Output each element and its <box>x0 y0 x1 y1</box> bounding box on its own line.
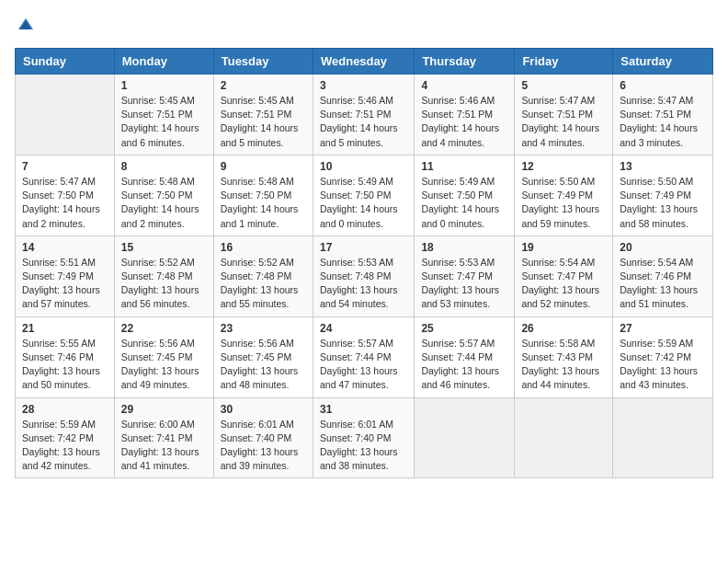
day-info: Sunrise: 5:58 AM Sunset: 7:43 PM Dayligh… <box>521 337 606 393</box>
calendar-cell: 9Sunrise: 5:48 AM Sunset: 7:50 PM Daylig… <box>213 155 313 236</box>
calendar-cell <box>16 75 115 155</box>
day-info: Sunrise: 5:46 AM Sunset: 7:51 PM Dayligh… <box>320 94 407 150</box>
day-number: 16 <box>221 241 306 254</box>
calendar-cell: 15Sunrise: 5:52 AM Sunset: 7:48 PM Dayli… <box>114 236 213 316</box>
day-number: 23 <box>221 322 306 335</box>
calendar-cell: 6Sunrise: 5:47 AM Sunset: 7:51 PM Daylig… <box>613 75 713 155</box>
calendar-week-row: 28Sunrise: 5:59 AM Sunset: 7:42 PM Dayli… <box>16 397 713 478</box>
day-number: 9 <box>221 160 306 173</box>
calendar-cell: 24Sunrise: 5:57 AM Sunset: 7:44 PM Dayli… <box>313 316 414 397</box>
calendar-cell: 4Sunrise: 5:46 AM Sunset: 7:51 PM Daylig… <box>415 75 515 155</box>
day-number: 19 <box>521 241 606 254</box>
day-number: 13 <box>620 160 706 173</box>
calendar-cell: 8Sunrise: 5:48 AM Sunset: 7:50 PM Daylig… <box>114 155 213 236</box>
day-number: 15 <box>121 241 207 254</box>
calendar-weekday-tuesday: Tuesday <box>213 49 313 75</box>
page-header <box>15 15 713 37</box>
calendar-weekday-friday: Friday <box>515 49 613 75</box>
day-info: Sunrise: 5:47 AM Sunset: 7:51 PM Dayligh… <box>620 94 706 150</box>
calendar-cell: 20Sunrise: 5:54 AM Sunset: 7:46 PM Dayli… <box>613 236 713 316</box>
calendar-week-row: 1Sunrise: 5:45 AM Sunset: 7:51 PM Daylig… <box>16 75 713 155</box>
calendar-weekday-thursday: Thursday <box>415 49 515 75</box>
day-number: 30 <box>221 403 306 416</box>
calendar-cell <box>415 397 515 478</box>
day-info: Sunrise: 5:47 AM Sunset: 7:50 PM Dayligh… <box>22 175 108 231</box>
calendar-cell: 19Sunrise: 5:54 AM Sunset: 7:47 PM Dayli… <box>515 236 613 316</box>
day-info: Sunrise: 6:01 AM Sunset: 7:40 PM Dayligh… <box>320 418 407 474</box>
calendar-weekday-saturday: Saturday <box>613 49 713 75</box>
day-info: Sunrise: 5:47 AM Sunset: 7:51 PM Dayligh… <box>521 94 606 150</box>
day-info: Sunrise: 5:48 AM Sunset: 7:50 PM Dayligh… <box>121 175 207 231</box>
day-info: Sunrise: 5:55 AM Sunset: 7:46 PM Dayligh… <box>22 337 108 393</box>
calendar-cell: 27Sunrise: 5:59 AM Sunset: 7:42 PM Dayli… <box>613 316 713 397</box>
calendar-weekday-monday: Monday <box>114 49 213 75</box>
calendar-week-row: 21Sunrise: 5:55 AM Sunset: 7:46 PM Dayli… <box>16 316 713 397</box>
day-number: 24 <box>320 322 407 335</box>
day-number: 27 <box>620 322 706 335</box>
day-number: 5 <box>521 79 606 92</box>
day-number: 12 <box>521 160 606 173</box>
calendar-cell: 1Sunrise: 5:45 AM Sunset: 7:51 PM Daylig… <box>114 75 213 155</box>
day-info: Sunrise: 5:54 AM Sunset: 7:47 PM Dayligh… <box>521 256 606 312</box>
calendar-weekday-sunday: Sunday <box>16 49 115 75</box>
day-number: 18 <box>421 241 507 254</box>
day-number: 14 <box>22 241 108 254</box>
calendar-cell: 29Sunrise: 6:00 AM Sunset: 7:41 PM Dayli… <box>114 397 213 478</box>
calendar-week-row: 14Sunrise: 5:51 AM Sunset: 7:49 PM Dayli… <box>16 236 713 316</box>
calendar-cell: 30Sunrise: 6:01 AM Sunset: 7:40 PM Dayli… <box>213 397 313 478</box>
calendar-cell: 13Sunrise: 5:50 AM Sunset: 7:49 PM Dayli… <box>613 155 713 236</box>
day-info: Sunrise: 5:59 AM Sunset: 7:42 PM Dayligh… <box>22 418 108 474</box>
day-info: Sunrise: 5:49 AM Sunset: 7:50 PM Dayligh… <box>421 175 507 231</box>
day-number: 26 <box>521 322 606 335</box>
day-info: Sunrise: 5:46 AM Sunset: 7:51 PM Dayligh… <box>421 94 507 150</box>
day-number: 20 <box>620 241 706 254</box>
calendar-cell: 31Sunrise: 6:01 AM Sunset: 7:40 PM Dayli… <box>313 397 414 478</box>
calendar-cell: 18Sunrise: 5:53 AM Sunset: 7:47 PM Dayli… <box>415 236 515 316</box>
day-info: Sunrise: 5:48 AM Sunset: 7:50 PM Dayligh… <box>221 175 306 231</box>
calendar-week-row: 7Sunrise: 5:47 AM Sunset: 7:50 PM Daylig… <box>16 155 713 236</box>
day-number: 28 <box>22 403 108 416</box>
day-info: Sunrise: 5:57 AM Sunset: 7:44 PM Dayligh… <box>421 337 507 393</box>
calendar-cell: 28Sunrise: 5:59 AM Sunset: 7:42 PM Dayli… <box>16 397 115 478</box>
calendar-cell: 26Sunrise: 5:58 AM Sunset: 7:43 PM Dayli… <box>515 316 613 397</box>
calendar-cell: 14Sunrise: 5:51 AM Sunset: 7:49 PM Dayli… <box>16 236 115 316</box>
calendar-cell: 17Sunrise: 5:53 AM Sunset: 7:48 PM Dayli… <box>313 236 414 316</box>
day-info: Sunrise: 5:45 AM Sunset: 7:51 PM Dayligh… <box>121 94 207 150</box>
calendar-cell: 25Sunrise: 5:57 AM Sunset: 7:44 PM Dayli… <box>415 316 515 397</box>
day-info: Sunrise: 5:49 AM Sunset: 7:50 PM Dayligh… <box>320 175 407 231</box>
day-info: Sunrise: 5:52 AM Sunset: 7:48 PM Dayligh… <box>221 256 306 312</box>
day-info: Sunrise: 5:53 AM Sunset: 7:48 PM Dayligh… <box>320 256 407 312</box>
calendar-cell: 22Sunrise: 5:56 AM Sunset: 7:45 PM Dayli… <box>114 316 213 397</box>
day-info: Sunrise: 6:00 AM Sunset: 7:41 PM Dayligh… <box>121 418 207 474</box>
day-info: Sunrise: 5:59 AM Sunset: 7:42 PM Dayligh… <box>620 337 706 393</box>
day-info: Sunrise: 5:50 AM Sunset: 7:49 PM Dayligh… <box>521 175 606 231</box>
day-number: 6 <box>620 79 706 92</box>
calendar-cell: 11Sunrise: 5:49 AM Sunset: 7:50 PM Dayli… <box>415 155 515 236</box>
calendar-cell: 16Sunrise: 5:52 AM Sunset: 7:48 PM Dayli… <box>213 236 313 316</box>
calendar-weekday-wednesday: Wednesday <box>313 49 414 75</box>
day-number: 17 <box>320 241 407 254</box>
day-info: Sunrise: 5:54 AM Sunset: 7:46 PM Dayligh… <box>620 256 706 312</box>
calendar-table: SundayMondayTuesdayWednesdayThursdayFrid… <box>15 48 713 478</box>
day-number: 7 <box>22 160 108 173</box>
day-info: Sunrise: 5:56 AM Sunset: 7:45 PM Dayligh… <box>221 337 306 393</box>
logo <box>15 15 39 37</box>
day-number: 21 <box>22 322 108 335</box>
day-info: Sunrise: 5:57 AM Sunset: 7:44 PM Dayligh… <box>320 337 407 393</box>
day-info: Sunrise: 5:50 AM Sunset: 7:49 PM Dayligh… <box>620 175 706 231</box>
day-info: Sunrise: 5:56 AM Sunset: 7:45 PM Dayligh… <box>121 337 207 393</box>
day-number: 22 <box>121 322 207 335</box>
calendar-cell <box>515 397 613 478</box>
day-number: 4 <box>421 79 507 92</box>
calendar-cell: 2Sunrise: 5:45 AM Sunset: 7:51 PM Daylig… <box>213 75 313 155</box>
calendar-cell: 5Sunrise: 5:47 AM Sunset: 7:51 PM Daylig… <box>515 75 613 155</box>
day-number: 25 <box>421 322 507 335</box>
day-number: 11 <box>421 160 507 173</box>
calendar-cell: 3Sunrise: 5:46 AM Sunset: 7:51 PM Daylig… <box>313 75 414 155</box>
day-number: 3 <box>320 79 407 92</box>
calendar-cell: 21Sunrise: 5:55 AM Sunset: 7:46 PM Dayli… <box>16 316 115 397</box>
day-number: 8 <box>121 160 207 173</box>
day-number: 2 <box>221 79 306 92</box>
calendar-cell: 12Sunrise: 5:50 AM Sunset: 7:49 PM Dayli… <box>515 155 613 236</box>
day-number: 31 <box>320 403 407 416</box>
